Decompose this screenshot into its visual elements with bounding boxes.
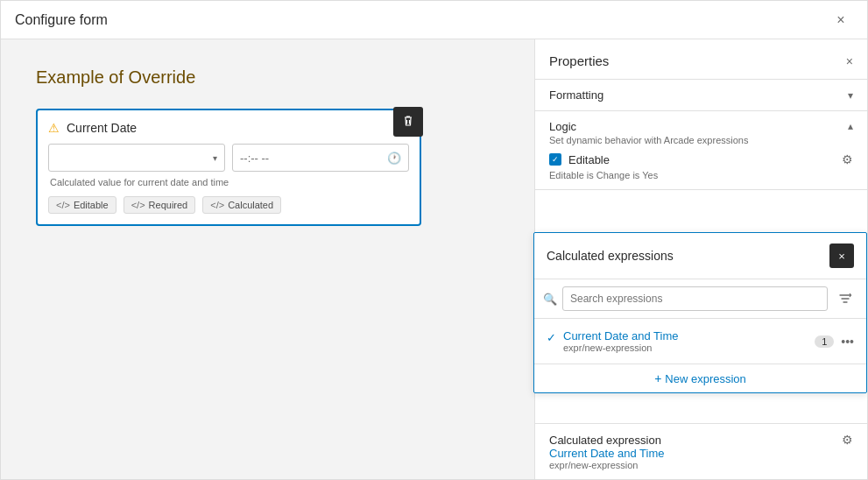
- tag-required: </> Required: [123, 196, 196, 214]
- clock-icon: 🕐: [387, 152, 401, 165]
- right-panel: Properties × Formatting ▾ Logic Set dyna…: [534, 39, 867, 479]
- modal-close-button[interactable]: ×: [829, 8, 853, 32]
- chevron-down-icon: ▾: [213, 153, 217, 163]
- search-input[interactable]: [562, 286, 828, 311]
- left-panel: Example of Override ⚠ Current Date ▾: [1, 39, 534, 479]
- properties-header: Properties ×: [535, 39, 867, 80]
- calc-bottom-name: Current Date and Time: [549, 447, 853, 460]
- plus-icon: +: [654, 371, 661, 385]
- modal-container: Configure form × Example of Override ⚠ C…: [0, 0, 868, 480]
- new-expression-label: New expression: [665, 372, 746, 385]
- calculated-expressions-panel: Calculated expressions × 🔍: [533, 232, 867, 393]
- logic-title: Logic: [549, 120, 748, 133]
- tag-editable: </> Editable: [48, 196, 116, 214]
- calc-bottom-gear-icon[interactable]: ⚙: [842, 433, 853, 447]
- sort-icon: [838, 292, 852, 306]
- delete-button[interactable]: [393, 107, 423, 137]
- tag-label-required: Required: [149, 200, 188, 210]
- properties-close-button[interactable]: ×: [846, 54, 853, 68]
- date-select[interactable]: ▾: [48, 144, 225, 172]
- field-label-text: Current Date: [67, 121, 137, 135]
- formatting-label: Formatting: [549, 88, 603, 102]
- expression-item-left: ✓ Current Date and Time expr/new-express…: [547, 329, 679, 353]
- logic-chevron-icon: ▴: [848, 120, 853, 132]
- field-tags: </> Editable </> Required </> Calculated: [48, 196, 409, 214]
- calc-panel-header: Calculated expressions ×: [534, 233, 866, 279]
- gear-icon[interactable]: ⚙: [842, 152, 853, 166]
- time-input[interactable]: --:-- -- 🕐: [232, 144, 409, 172]
- search-bar: 🔍: [534, 279, 866, 319]
- modal-title: Configure form: [15, 12, 108, 28]
- time-placeholder: --:-- --: [240, 152, 269, 165]
- form-title: Example of Override: [36, 67, 499, 88]
- field-hint: Calculated value for current date and ti…: [48, 177, 409, 187]
- logic-header: Logic Set dynamic behavior with Arcade e…: [549, 120, 853, 145]
- expression-badge: 1: [815, 335, 834, 348]
- editable-label: Editable: [568, 153, 610, 166]
- editable-checkbox[interactable]: ✓: [549, 153, 561, 166]
- modal-header: Configure form ×: [1, 1, 867, 39]
- tag-label-editable: Editable: [74, 200, 109, 210]
- more-options-button[interactable]: •••: [841, 335, 854, 349]
- tag-code-required: </>: [131, 200, 145, 210]
- tag-label-calculated: Calculated: [228, 200, 273, 210]
- logic-subtitle: Set dynamic behavior with Arcade express…: [549, 135, 748, 145]
- calc-panel-title: Calculated expressions: [547, 249, 674, 263]
- formatting-section[interactable]: Formatting ▾: [535, 80, 867, 111]
- calc-bottom-header: Calculated expression ⚙: [549, 433, 853, 447]
- trash-icon: [402, 116, 414, 128]
- field-inputs-row: ▾ --:-- -- 🕐: [48, 144, 409, 172]
- expression-name: Current Date and Time: [563, 329, 679, 342]
- check-icon: ✓: [547, 331, 556, 344]
- modal-body: Example of Override ⚠ Current Date ▾: [1, 39, 867, 479]
- formatting-chevron-icon: ▾: [848, 89, 853, 102]
- warning-icon: ⚠: [48, 121, 60, 135]
- tag-code-calculated: </>: [210, 200, 224, 210]
- editable-row: ✓ Editable ⚙: [549, 145, 853, 166]
- tag-calculated: </> Calculated: [202, 196, 281, 214]
- expression-info: Current Date and Time expr/new-expressio…: [563, 329, 679, 353]
- editable-is-change: Editable is Change is Yes: [549, 170, 853, 180]
- new-expression-button[interactable]: + New expression: [654, 371, 746, 385]
- logic-header-left: Logic Set dynamic behavior with Arcade e…: [549, 120, 748, 145]
- expression-item-right: 1 •••: [815, 335, 854, 349]
- calc-close-button[interactable]: ×: [829, 244, 854, 268]
- new-expression-row: + New expression: [534, 364, 866, 392]
- expression-list: ✓ Current Date and Time expr/new-express…: [534, 319, 866, 364]
- editable-left: ✓ Editable: [549, 153, 610, 166]
- search-icon: 🔍: [543, 293, 557, 306]
- logic-section: Logic Set dynamic behavior with Arcade e…: [535, 111, 867, 190]
- calc-bottom-title: Calculated expression: [549, 434, 661, 447]
- expression-path: expr/new-expression: [563, 342, 679, 353]
- tag-code-editable: </>: [56, 200, 70, 210]
- field-label-row: ⚠ Current Date: [48, 121, 409, 135]
- form-card: ⚠ Current Date ▾ --:-- -- 🕐 Calculated v…: [36, 109, 421, 226]
- sort-button[interactable]: [833, 286, 857, 311]
- expression-item[interactable]: ✓ Current Date and Time expr/new-express…: [534, 322, 866, 360]
- properties-title: Properties: [549, 53, 609, 68]
- calc-bottom-path: expr/new-expression: [549, 460, 853, 470]
- calc-expression-bottom: Calculated expression ⚙ Current Date and…: [535, 423, 867, 479]
